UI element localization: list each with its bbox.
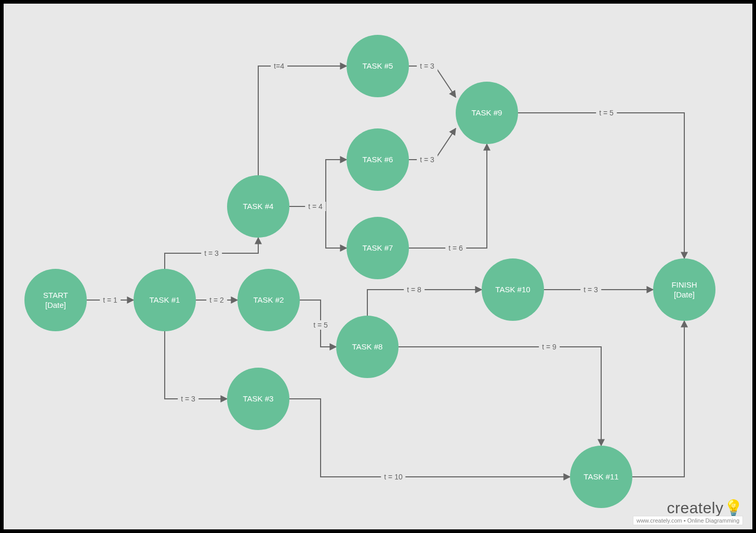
branding: creately💡 www.creately.com • Online Diag… — [633, 500, 743, 524]
node-start[interactable]: START [Date] — [24, 269, 87, 331]
edge-label-task4-task6: t = 4 — [305, 202, 326, 211]
edge-task11-finish — [632, 321, 684, 477]
node-task8[interactable]: TASK #8 — [336, 316, 399, 378]
edge-label-task1-task4: t = 3 — [201, 249, 222, 258]
node-task7[interactable]: TASK #7 — [347, 217, 409, 279]
diagram-frame: START [Date]TASK #1TASK #2TASK #3TASK #4… — [0, 0, 756, 533]
edge-label-task10-finish: t = 3 — [580, 285, 601, 294]
edge-label-task3-task11: t = 10 — [381, 472, 405, 482]
node-task4[interactable]: TASK #4 — [227, 175, 289, 238]
edge-label-task6-task9: t = 3 — [417, 155, 437, 164]
node-task11[interactable]: TASK #11 — [570, 446, 632, 508]
edge-label-task1-task2: t = 2 — [206, 295, 227, 305]
edge-task5-task9 — [409, 66, 456, 97]
edge-task1-task3 — [165, 331, 227, 399]
node-task9[interactable]: TASK #9 — [456, 82, 518, 144]
edge-task4-task7 — [289, 206, 347, 248]
edge-label-task8-task10: t = 8 — [404, 285, 425, 294]
edge-task4-task6 — [289, 160, 347, 206]
lightbulb-icon: 💡 — [724, 499, 744, 516]
brand-logo: creately💡 — [633, 500, 743, 516]
edge-label-task7-task9: t = 6 — [445, 243, 466, 253]
edge-label-task5-task9: t = 3 — [417, 61, 437, 71]
edge-label-task2-task8: t = 5 — [310, 320, 331, 330]
brand-tagline: www.creately.com • Online Diagramming — [633, 516, 743, 525]
edge-task8-task10 — [367, 290, 482, 316]
edge-label-start-task1: t = 1 — [100, 295, 121, 305]
node-task5[interactable]: TASK #5 — [347, 35, 409, 97]
edge-task9-finish — [518, 113, 684, 258]
edge-label-task1-task3: t = 3 — [178, 394, 198, 404]
node-task10[interactable]: TASK #10 — [482, 258, 544, 321]
brand-logo-text: creately — [667, 499, 723, 516]
node-task1[interactable]: TASK #1 — [134, 269, 196, 331]
edge-task4-task5 — [258, 66, 347, 175]
node-task2[interactable]: TASK #2 — [237, 269, 300, 331]
edge-label-task4-task5: t=4 — [271, 61, 287, 71]
edge-label-task9-finish: t = 5 — [596, 108, 617, 118]
edge-label-task8-task11: t = 9 — [539, 342, 560, 352]
node-task3[interactable]: TASK #3 — [227, 368, 289, 430]
node-finish[interactable]: FINISH [Date] — [653, 258, 715, 321]
node-task6[interactable]: TASK #6 — [347, 128, 409, 191]
edge-task8-task11 — [399, 347, 601, 446]
edge-task3-task11 — [289, 399, 570, 477]
